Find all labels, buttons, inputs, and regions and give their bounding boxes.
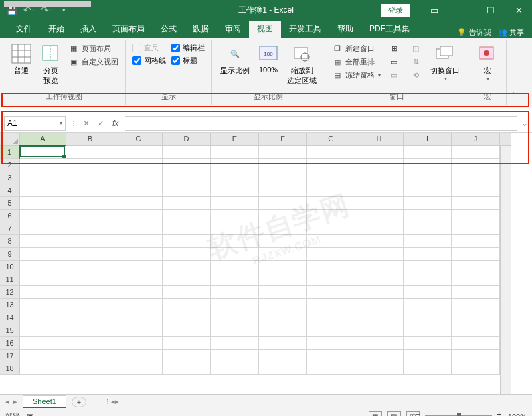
cell[interactable] xyxy=(452,146,500,159)
cell[interactable] xyxy=(452,159,500,171)
cell[interactable] xyxy=(355,222,404,235)
cell[interactable] xyxy=(163,286,211,299)
col-header[interactable]: F xyxy=(259,133,307,146)
cell[interactable] xyxy=(307,311,355,324)
cell[interactable] xyxy=(452,311,500,324)
cell[interactable] xyxy=(114,146,163,159)
cell[interactable] xyxy=(355,210,404,222)
cell[interactable] xyxy=(114,184,163,197)
cell[interactable] xyxy=(355,286,404,299)
cell[interactable] xyxy=(259,159,307,171)
name-box[interactable]: A1▾ xyxy=(4,116,66,131)
row-header[interactable]: 15 xyxy=(0,324,20,337)
sync-scroll-icon[interactable]: ⇅ xyxy=(408,55,424,68)
cell[interactable] xyxy=(404,210,452,222)
cell[interactable] xyxy=(163,235,211,248)
cell[interactable] xyxy=(452,171,500,184)
cell[interactable] xyxy=(163,350,211,362)
cell[interactable] xyxy=(20,159,66,171)
tell-me-search[interactable]: 💡告诉我 xyxy=(457,27,491,38)
macro-record-icon[interactable]: ▣ xyxy=(27,412,33,416)
cell[interactable] xyxy=(211,171,259,184)
cell[interactable] xyxy=(307,248,355,261)
cell[interactable] xyxy=(307,362,355,375)
cell[interactable] xyxy=(404,324,452,337)
cell[interactable] xyxy=(66,362,114,375)
cell[interactable] xyxy=(114,171,163,184)
select-all-button[interactable] xyxy=(0,133,20,146)
cell[interactable] xyxy=(404,248,452,261)
cell[interactable] xyxy=(259,210,307,222)
cell[interactable] xyxy=(355,146,404,159)
cell[interactable] xyxy=(307,171,355,184)
cell[interactable] xyxy=(66,146,114,159)
cell[interactable] xyxy=(163,299,211,311)
close-icon[interactable]: ✕ xyxy=(505,0,532,20)
cell-grid[interactable] xyxy=(20,146,500,394)
cell[interactable] xyxy=(452,299,500,311)
cell[interactable] xyxy=(66,222,114,235)
cell[interactable] xyxy=(404,299,452,311)
cell[interactable] xyxy=(66,210,114,222)
row-header[interactable]: 3 xyxy=(0,171,20,184)
cell[interactable] xyxy=(20,222,66,235)
gridlines-checkbox[interactable]: 网格线 xyxy=(130,54,169,67)
cell[interactable] xyxy=(163,362,211,375)
col-header[interactable]: B xyxy=(66,133,114,146)
tab-page-layout[interactable]: 页面布局 xyxy=(104,21,153,38)
cell[interactable] xyxy=(404,171,452,184)
cell[interactable] xyxy=(114,324,163,337)
cell[interactable] xyxy=(114,159,163,171)
reset-pos-icon[interactable]: ⟲ xyxy=(408,68,424,82)
cell[interactable] xyxy=(259,261,307,273)
cancel-icon[interactable]: ✕ xyxy=(83,119,90,128)
col-header[interactable]: J xyxy=(452,133,500,146)
cell[interactable] xyxy=(355,350,404,362)
cell[interactable] xyxy=(66,159,114,171)
tab-pdf[interactable]: PDF工具集 xyxy=(361,21,418,38)
cell[interactable] xyxy=(66,184,114,197)
page-break-button[interactable]: 分页 预览 xyxy=(36,42,66,87)
cell[interactable] xyxy=(211,286,259,299)
col-header[interactable]: G xyxy=(307,133,355,146)
cell[interactable] xyxy=(452,324,500,337)
cell[interactable] xyxy=(452,235,500,248)
cell[interactable] xyxy=(211,299,259,311)
cell[interactable] xyxy=(20,146,66,159)
cell[interactable] xyxy=(211,311,259,324)
cell[interactable] xyxy=(211,248,259,261)
cell[interactable] xyxy=(20,248,66,261)
col-header[interactable]: H xyxy=(355,133,404,146)
cell[interactable] xyxy=(259,362,307,375)
cell[interactable] xyxy=(211,197,259,210)
cell[interactable] xyxy=(355,311,404,324)
cell[interactable] xyxy=(307,197,355,210)
cell[interactable] xyxy=(404,222,452,235)
cell[interactable] xyxy=(404,146,452,159)
page-layout-button[interactable]: ▦页面布局 xyxy=(66,42,121,55)
cell[interactable] xyxy=(211,222,259,235)
minimize-icon[interactable]: — xyxy=(449,0,476,20)
tab-review[interactable]: 审阅 xyxy=(217,21,249,38)
cell[interactable] xyxy=(20,311,66,324)
cell[interactable] xyxy=(163,197,211,210)
cell[interactable] xyxy=(20,299,66,311)
row-header[interactable]: 4 xyxy=(0,184,20,197)
cell[interactable] xyxy=(114,337,163,350)
row-header[interactable]: 13 xyxy=(0,299,20,311)
row-header[interactable]: 16 xyxy=(0,337,20,350)
new-window-button[interactable]: ❐新建窗口 xyxy=(329,42,383,55)
col-header[interactable]: I xyxy=(404,133,452,146)
fx-icon[interactable]: fx xyxy=(112,119,118,128)
zoom-button[interactable]: 🔍显示比例 xyxy=(216,42,254,77)
cell[interactable] xyxy=(452,248,500,261)
cell[interactable] xyxy=(259,171,307,184)
cell[interactable] xyxy=(259,184,307,197)
cell[interactable] xyxy=(66,273,114,286)
cell[interactable] xyxy=(211,210,259,222)
row-header[interactable]: 11 xyxy=(0,273,20,286)
row-header[interactable]: 14 xyxy=(0,311,20,324)
zoom-label[interactable]: 100% xyxy=(508,413,527,417)
formula-input[interactable] xyxy=(125,116,517,131)
row-header[interactable]: 2 xyxy=(0,159,20,171)
